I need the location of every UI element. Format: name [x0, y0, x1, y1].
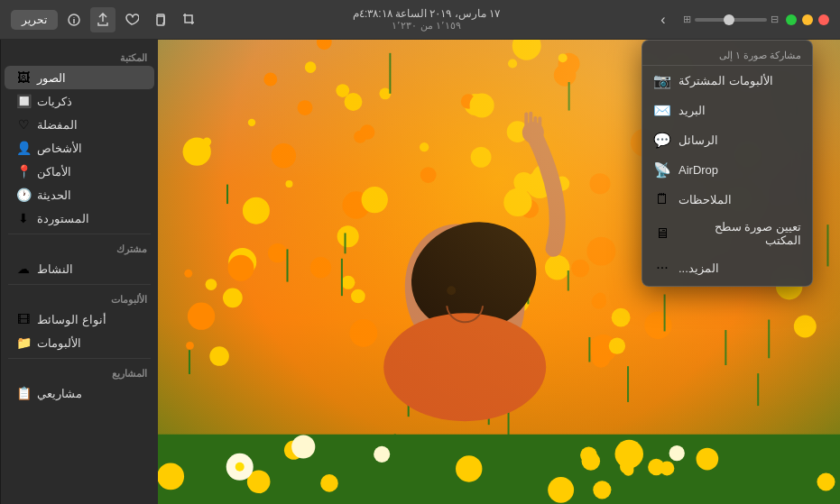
minimize-button[interactable]	[802, 14, 813, 25]
share-menu-label-mail: البريد	[678, 104, 706, 117]
sidebar-item-icon-activity: ☁	[15, 261, 32, 276]
share-menu-icon-messages: 💬	[653, 132, 671, 149]
library-section-title: المكتبة	[1, 47, 158, 66]
share-menu-item-shared-albums[interactable]: الألبومات المشتركة📷	[642, 66, 812, 96]
sidebar-item-label-activity: النشاط	[37, 262, 73, 276]
main-content: مشاركة صورة ١ إلى الألبومات المشتركة📷الب…	[0, 40, 840, 504]
info-button[interactable]	[61, 7, 87, 32]
copy-button[interactable]	[148, 7, 173, 32]
sidebar-divider-2	[8, 284, 151, 285]
zoom-in-icon: ⊞	[683, 14, 691, 25]
zoom-slider-container: ⊟ ⊞	[683, 14, 779, 25]
sidebar: المكتبة الصور🖼ذكريات🔲المفضلة♡الأشخاص👤الأ…	[0, 40, 158, 504]
sidebar-item-label-media-types: أنواع الوسائط	[37, 313, 106, 326]
photo-date: ١٧ مارس، ٢٠١٩ الساعة ٤:٣٨:١٨م	[353, 7, 500, 20]
sidebar-item-places[interactable]: الأماكن📍	[5, 160, 154, 183]
sidebar-item-icon-favorites: ♡	[15, 117, 32, 132]
sidebar-item-label-imported: المستوردة	[37, 212, 89, 225]
sidebar-item-photos[interactable]: الصور🖼	[5, 66, 154, 89]
sidebar-item-icon-recent: 🕐	[15, 188, 32, 202]
sidebar-item-label-favorites: المفضلة	[37, 118, 78, 132]
sidebar-item-label-photos: الصور	[37, 71, 66, 85]
favorite-button[interactable]	[119, 7, 144, 32]
edit-button[interactable]: تحرير	[11, 10, 58, 30]
titlebar: ⊟ ⊞ › ١٧ مارس، ٢٠١٩ الساعة ٤:٣٨:١٨م ١٬١٥…	[0, 0, 840, 40]
sidebar-item-media-types[interactable]: أنواع الوسائط🎞	[5, 307, 154, 331]
sidebar-divider-1	[8, 234, 151, 234]
sidebar-item-label-places: الأماكن	[37, 165, 71, 179]
share-menu-icon-set-wallpaper: 🖥	[653, 225, 671, 242]
share-menu-label-messages: الرسائل	[678, 133, 718, 147]
sidebar-item-label-people: الأشخاص	[37, 142, 82, 155]
sidebar-item-icon-people: 👤	[15, 141, 32, 155]
sidebar-projects-items: مشاريعي📋	[1, 381, 158, 405]
sidebar-item-label-memories: ذكريات	[37, 95, 72, 108]
share-menu-item-airdrop[interactable]: AirDrop📡	[642, 155, 812, 185]
sidebar-item-icon-memories: 🔲	[15, 94, 32, 108]
photo-area: مشاركة صورة ١ إلى الألبومات المشتركة📷الب…	[158, 40, 840, 504]
share-menu-label-airdrop: AirDrop	[678, 163, 718, 177]
share-menu-icon-airdrop: 📡	[653, 161, 671, 179]
sidebar-item-label-my-projects: مشاريعي	[37, 387, 82, 400]
sidebar-item-icon-photos: 🖼	[15, 70, 32, 85]
maximize-button[interactable]	[786, 14, 797, 25]
share-menu-item-set-wallpaper[interactable]: تعيين صورة سطح المكتب🖥	[642, 214, 812, 253]
zoom-slider-thumb	[724, 14, 734, 25]
share-menu-icon-notes: 🗒	[653, 191, 671, 207]
crop-tool-button[interactable]	[177, 7, 202, 32]
share-menu-item-notes[interactable]: الملاحظات🗒	[642, 185, 812, 214]
sidebar-item-recent[interactable]: الحديثة🕐	[5, 183, 154, 206]
sidebar-item-label-albums: الألبومات	[37, 336, 81, 350]
share-button[interactable]	[90, 7, 115, 32]
sidebar-item-icon-places: 📍	[15, 164, 32, 179]
shared-section-title: مشترك	[1, 238, 158, 257]
zoom-out-icon: ⊟	[771, 14, 779, 25]
share-menu-item-more[interactable]: المزيد...···	[642, 253, 812, 282]
sidebar-item-my-projects[interactable]: مشاريعي📋	[5, 381, 154, 405]
sidebar-albums-items: أنواع الوسائط🎞الألبومات📁	[1, 307, 158, 354]
titlebar-left: ⊟ ⊞ ›	[651, 7, 829, 32]
share-menu-list: الألبومات المشتركة📷البريد✉️الرسائل💬AirDr…	[642, 66, 812, 282]
sidebar-item-icon-my-projects: 📋	[15, 386, 32, 400]
sidebar-item-imported[interactable]: المستوردة⬇	[5, 206, 154, 230]
sidebar-item-icon-media-types: 🎞	[15, 312, 32, 326]
sidebar-item-people[interactable]: الأشخاص👤	[5, 136, 154, 160]
share-menu-item-messages[interactable]: الرسائل💬	[642, 125, 812, 155]
projects-section-title: المشاريع	[1, 362, 158, 381]
share-menu-item-mail[interactable]: البريد✉️	[642, 96, 812, 125]
sidebar-shared-items: النشاط☁	[1, 257, 158, 280]
share-menu-icon-mail: ✉️	[653, 102, 671, 119]
sidebar-item-memories[interactable]: ذكريات🔲	[5, 89, 154, 113]
share-menu-icon-more: ···	[653, 260, 671, 276]
sidebar-item-label-recent: الحديثة	[37, 188, 71, 202]
share-menu-label-set-wallpaper: تعيين صورة سطح المكتب	[678, 220, 801, 247]
sidebar-item-activity[interactable]: النشاط☁	[5, 257, 154, 280]
share-menu-label-more: المزيد...	[678, 261, 719, 275]
sidebar-item-icon-imported: ⬇	[15, 211, 32, 225]
titlebar-center: ١٧ مارس، ٢٠١٩ الساعة ٤:٣٨:١٨م ١٬١٥٩ من ١…	[353, 7, 500, 32]
share-dropdown-header: مشاركة صورة ١ إلى	[642, 44, 812, 66]
sidebar-divider-3	[8, 358, 151, 359]
zoom-slider[interactable]	[695, 18, 767, 22]
sidebar-item-favorites[interactable]: المفضلة♡	[5, 113, 154, 136]
sidebar-item-icon-albums: 📁	[15, 335, 32, 350]
sidebar-item-albums[interactable]: الألبومات📁	[5, 331, 154, 354]
share-menu-icon-shared-albums: 📷	[653, 72, 671, 89]
share-menu-label-notes: الملاحظات	[678, 193, 732, 206]
sidebar-library-items: الصور🖼ذكريات🔲المفضلة♡الأشخاص👤الأماكن📍الح…	[1, 66, 158, 230]
titlebar-right: تحرير	[11, 7, 202, 32]
albums-section-title: الألبومات	[1, 289, 158, 307]
next-button[interactable]: ›	[651, 7, 676, 32]
share-dropdown: مشاركة صورة ١ إلى الألبومات المشتركة📷الب…	[642, 40, 813, 287]
photo-count: ١٬١٥٩ من ١٬٢٣٠	[392, 20, 460, 32]
traffic-lights	[786, 14, 829, 25]
close-button[interactable]	[818, 14, 829, 25]
share-menu-label-shared-albums: الألبومات المشتركة	[678, 74, 773, 87]
